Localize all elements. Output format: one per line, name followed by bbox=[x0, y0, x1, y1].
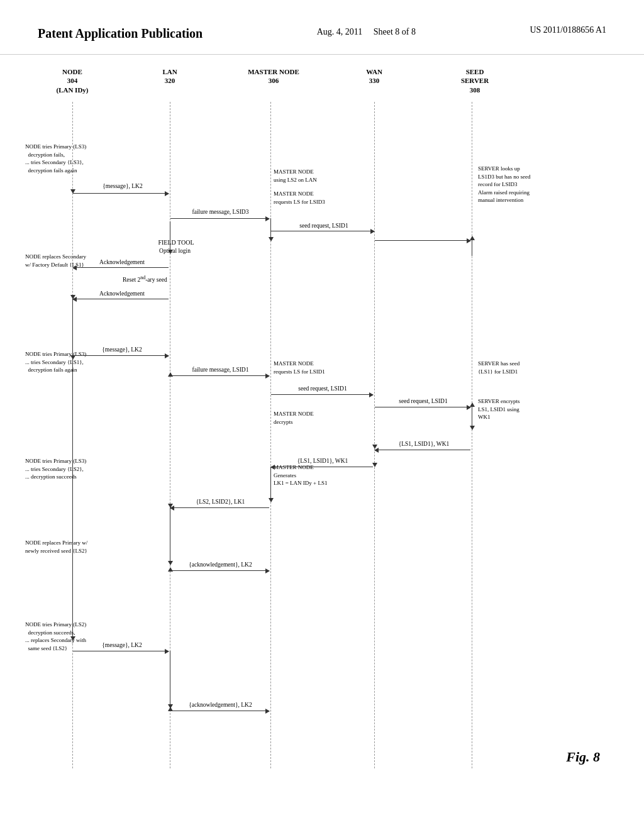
node-event-1: NODE tries Primary (LS3) decryption fail… bbox=[25, 143, 116, 174]
ack4-label: {acknowledgement}, LK2 bbox=[172, 701, 269, 709]
col-node: NODE304(LAN IDy) bbox=[44, 67, 101, 94]
msg1-arrow bbox=[73, 193, 169, 194]
col-wan: WAN330 bbox=[352, 67, 396, 86]
col-lan: LAN320 bbox=[148, 67, 192, 86]
vline-wan bbox=[374, 102, 375, 768]
col-master: MASTER NODE306 bbox=[239, 67, 308, 86]
lan-vdown4 bbox=[170, 651, 170, 704]
seed-req-lsid3 bbox=[271, 231, 374, 231]
ls1wk1b-label: {LS1, LSID1}, WK1 bbox=[272, 457, 373, 465]
lan-vdown2 bbox=[170, 237, 170, 250]
lan-vdown3 bbox=[170, 507, 170, 561]
master-event-3: MASTER NODErequests LS for LSID1 bbox=[274, 360, 365, 375]
down-arrow-lan1 bbox=[168, 504, 173, 508]
ls1wk1-arrow bbox=[375, 450, 470, 450]
page-header: Patent Application Publication Aug. 4, 2… bbox=[0, 0, 644, 55]
ack3-label: {acknowledgement}, LK2 bbox=[172, 561, 269, 569]
ack4-arrow bbox=[170, 711, 269, 711]
down-arrow-node2 bbox=[70, 295, 75, 299]
master-vdown2 bbox=[270, 467, 271, 498]
seed-req1-label: seed request, LSID1 bbox=[272, 385, 373, 393]
ls1wk1-label: {LS1, LSID1}, WK1 bbox=[377, 440, 470, 448]
ls2lk1-label: {LS2, LSID2}, LK1 bbox=[172, 498, 269, 506]
fail2-label: failure message, LSID1 bbox=[172, 366, 269, 374]
header-date-sheet: Aug. 4, 2011 Sheet 8 of 8 bbox=[317, 25, 416, 39]
node-event-4: NODE tries Primary (LS3)... tries Second… bbox=[25, 457, 116, 481]
seed-req-lsid3b bbox=[375, 240, 470, 241]
down-arrow-wan1 bbox=[372, 445, 377, 449]
master-event-1: MASTER NODEusing LS2 on LAN bbox=[274, 168, 365, 184]
fig-label: Fig. 8 bbox=[566, 749, 600, 765]
ack3-arrow bbox=[170, 570, 269, 571]
up-arrow-seed2 bbox=[470, 402, 475, 407]
optical-login-label: Optical login bbox=[143, 247, 206, 255]
ack2-label: Acknowledgement bbox=[75, 290, 169, 298]
patent-number: US 2011/0188656 A1 bbox=[530, 25, 606, 35]
vline-master bbox=[270, 102, 271, 768]
seed-req1-arrow bbox=[271, 394, 373, 395]
seed-req2-label: seed request, LSID1 bbox=[376, 397, 470, 406]
node-vdown2 bbox=[72, 357, 73, 636]
fail1-label: failure message, LSID3 bbox=[172, 208, 269, 216]
master-event-2: MASTER NODErequests LS for LSID3 bbox=[274, 190, 365, 206]
seed-req-lsid3-label: seed request, LSID1 bbox=[274, 222, 374, 230]
diagram-area: NODE304(LAN IDy) LAN320 MASTER NODE306 W… bbox=[25, 67, 619, 784]
publication-title: Patent Application Publication bbox=[38, 25, 203, 42]
seed-req2-arrow bbox=[375, 407, 470, 407]
up-arrow-seed1 bbox=[470, 236, 475, 240]
seed-note-2: SERVER has seed{LS1} for LSID1 bbox=[478, 360, 579, 375]
master-event-4: MASTER NODEdecrypts bbox=[274, 410, 365, 426]
seed-note-3: SERVER encryptsLS1, LSID1 usingWK1 bbox=[478, 397, 579, 421]
seed-vdown1 bbox=[472, 240, 472, 256]
msg2-label: {message}, LK2 bbox=[75, 346, 169, 354]
sheet-info: Sheet 8 of 8 bbox=[374, 27, 416, 36]
up-arrow-lan2 bbox=[168, 567, 173, 572]
msg3-arrow bbox=[73, 651, 169, 651]
master-vdown1 bbox=[270, 218, 271, 237]
seed-vdown2 bbox=[472, 407, 472, 426]
msg1-label: {message}, LK2 bbox=[79, 182, 167, 191]
down-arrow-node1 bbox=[70, 189, 75, 194]
ack2-arrow bbox=[73, 299, 169, 299]
fail2-arrow bbox=[170, 375, 269, 376]
up-arrow-lan3 bbox=[168, 707, 173, 711]
ls1wk1b-arrow bbox=[271, 467, 373, 467]
col-seed: SEEDSERVER308 bbox=[447, 67, 503, 94]
node-vdown1 bbox=[72, 299, 73, 355]
pub-date: Aug. 4, 2011 bbox=[317, 27, 363, 36]
reset-label: Reset 2nd-ary seed bbox=[123, 275, 220, 284]
field-tool-label: FIELD TOOL bbox=[145, 238, 208, 247]
ack1-arrow bbox=[73, 267, 169, 268]
fail1-arrow bbox=[170, 218, 269, 219]
msg3-label: {message}, LK2 bbox=[75, 641, 169, 650]
ack1-label: Acknowledgement bbox=[75, 258, 169, 267]
vline-seed bbox=[472, 102, 472, 768]
ls2lk1-arrow bbox=[170, 507, 269, 508]
lan-vdown1 bbox=[170, 221, 170, 237]
seed-note-1: SERVER looks upLS1D3 but has no seedreco… bbox=[478, 165, 597, 204]
up-arrow-lan1 bbox=[168, 372, 173, 377]
down-arrow-wan2 bbox=[372, 463, 377, 467]
msg2-arrow bbox=[73, 355, 169, 356]
